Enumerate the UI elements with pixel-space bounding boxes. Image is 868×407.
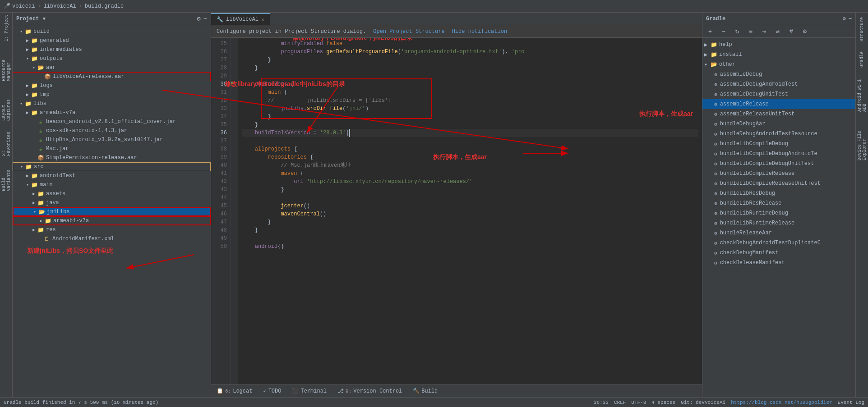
project-minimize-btn[interactable]: −	[203, 15, 207, 23]
status-position[interactable]: 36:33	[594, 400, 609, 405]
gradle-item-assemblerelease[interactable]: ⚙ assembleRelease	[702, 99, 855, 109]
bottom-tab-build[interactable]: 🔨 Build	[411, 385, 439, 398]
status-url-link[interactable]: https://blog.csdn.net/hu00gooldier	[731, 400, 832, 405]
tree-item-assets[interactable]: ▶ 📁 assets	[13, 189, 211, 198]
gradle-item-bundlelibruntimedebug[interactable]: ⚙ bundleLibRuntimeDebug	[702, 208, 855, 218]
tree-item-jnilibs[interactable]: ▾ 📂 jniLibs	[13, 207, 211, 216]
gradle-item-assemblereleaseunittest[interactable]: ⚙ assembleReleaseUnitTest	[702, 109, 855, 119]
status-encoding[interactable]: CRLF	[614, 400, 626, 405]
tree-item-androidtest[interactable]: ▶ 📁 androidTest	[13, 171, 211, 180]
gradle-item-checkreleasemanifest[interactable]: ⚙ checkReleaseManifest	[702, 258, 855, 268]
gradle-item-bundlelibresrelease[interactable]: ⚙ bundleLibResRelease	[702, 198, 855, 208]
tree-arrow-outputs[interactable]: ▾	[24, 55, 31, 62]
gradle-expand-btn[interactable]: ⇥	[759, 27, 769, 37]
gradle-item-bundledebugaar[interactable]: ⚙ bundleDebugAar	[702, 119, 855, 129]
tree-item-build[interactable]: ▾ 📁 build	[13, 27, 211, 36]
sidebar-adb-icon[interactable]: Android WiFi ADB	[857, 71, 867, 112]
tree-arrow-logs[interactable]: ▶	[24, 82, 31, 89]
tree-arrow-armeabi-jni[interactable]: ▶	[38, 218, 44, 224]
sidebar-device-explorer-icon[interactable]: Device File Explorer	[857, 115, 867, 160]
gradle-item-help[interactable]: ▶ 📁 help	[702, 40, 855, 50]
code-content[interactable]: minifyEnabled false proguardFiles getDef…	[238, 38, 702, 384]
sidebar-project-icon[interactable]: 1: Project	[1, 14, 12, 41]
tree-item-msc[interactable]: ☕ Msc.jar	[13, 144, 211, 153]
tree-item-armeabi-v7a[interactable]: ▶ 📁 armeabi-v7a	[13, 108, 211, 117]
gradle-item-bundlelibresdebugg[interactable]: ⚙ bundleLibResDebug	[702, 188, 855, 198]
tree-item-androidmanifest[interactable]: 🗒 AndroidManifest.xml	[13, 234, 211, 243]
tree-arrow-tmp[interactable]: ▶	[24, 91, 31, 98]
tree-arrow-libs[interactable]: ▾	[18, 101, 24, 107]
tree-item-intermediates[interactable]: ▶ 📁 intermediates	[13, 45, 211, 54]
tree-item-tmp[interactable]: ▶ 📁 tmp	[13, 90, 211, 99]
gradle-item-bundlelibruntimerelease[interactable]: ⚙ bundleLibRuntimeRelease	[702, 218, 855, 228]
tree-arrow-res[interactable]: ▶	[31, 227, 37, 233]
tree-arrow-jnilibs[interactable]: ▾	[32, 209, 38, 215]
tree-arrow-build[interactable]: ▾	[18, 28, 24, 35]
gradle-item-install[interactable]: ▶ 📁 install	[702, 50, 855, 59]
tree-arrow-assets[interactable]: ▶	[31, 191, 37, 197]
sidebar-favorites-icon[interactable]: 2: Favorites	[1, 124, 12, 156]
tree-item-aar[interactable]: ▾ 📂 aar	[13, 63, 211, 72]
tree-arrow-androidtest[interactable]: ▶	[24, 173, 31, 179]
gradle-item-bundlelibcompiledebugunitTest[interactable]: ⚙ bundleLibCompileDebugUnitTest	[702, 159, 855, 169]
bottom-tab-logcat[interactable]: 📋 6: Logcat	[215, 385, 254, 398]
tree-item-armeabi-jni[interactable]: ▶ 📁 armeabi-v7a	[13, 216, 211, 225]
bottom-tab-terminal[interactable]: ⬛ Terminal	[290, 385, 328, 398]
tree-item-beacon[interactable]: ☕ beacon_android_v2.8.1_official_cover.j…	[13, 117, 211, 126]
tree-item-outputs[interactable]: ▾ 📁 outputs	[13, 54, 211, 63]
sidebar-layout-icon[interactable]: Layout Captures	[1, 85, 12, 121]
gradle-item-bundlelibcompiledebugandroidt[interactable]: ⚙ bundleLibCompileDebugAndroidTe	[702, 149, 855, 159]
gradle-arrow-install[interactable]: ▶	[704, 51, 711, 58]
tab-close-libvoiceai[interactable]: ✕	[261, 17, 264, 23]
tree-arrow-main[interactable]: ▾	[24, 182, 31, 188]
gradle-item-other[interactable]: ▾ 📂 other	[702, 59, 855, 69]
tree-item-httpdns[interactable]: ☕ HttpDns_Android_v3.0.2a_svn10147.jar	[13, 135, 211, 144]
sidebar-structure-icon[interactable]: Structure	[859, 14, 864, 41]
project-dropdown-arrow[interactable]: ▼	[42, 16, 46, 22]
gradle-item-bundlelibcompilereleaseunittest[interactable]: ⚙ bundleLibCompileReleaseUnitTest	[702, 178, 855, 188]
open-project-structure-link[interactable]: Open Project Structure	[373, 28, 444, 35]
sidebar-resource-icon[interactable]: Resource Manager	[1, 45, 12, 81]
tree-arrow-generated[interactable]: ▶	[24, 37, 31, 44]
hide-notification-link[interactable]: Hide notification	[452, 28, 507, 35]
tree-item-generated[interactable]: ▶ 📁 generated	[13, 36, 211, 45]
gradle-add-btn[interactable]: +	[705, 27, 715, 37]
sidebar-gradle-right-icon[interactable]: Gradle	[859, 45, 864, 68]
tree-item-cos-sdk[interactable]: ☕ cos-sdk-android-1.4.3.jar	[13, 126, 211, 135]
gradle-item-bundlelibcompiledebug[interactable]: ⚙ bundleLibCompileDebug	[702, 139, 855, 149]
tree-item-res[interactable]: ▶ 📁 res	[13, 225, 211, 234]
tree-arrow-intermediates[interactable]: ▶	[24, 46, 31, 53]
gradle-minimize-btn[interactable]: −	[849, 16, 852, 22]
gradle-item-bundledebugandroidtestresource[interactable]: ⚙ bundleDebugAndroidTestResource	[702, 129, 855, 139]
gradle-settings-btn[interactable]: ⚙	[843, 15, 846, 22]
tree-item-libvoiceai-aar[interactable]: 📦 libVoiceAi-release.aar	[13, 72, 211, 81]
editor-tab-libvoiceai[interactable]: 🔧 libVoiceAi ✕	[211, 13, 270, 25]
gradle-arrow-help[interactable]: ▶	[704, 41, 711, 48]
gradle-list-btn[interactable]: ≡	[746, 27, 756, 37]
gradle-item-checkdebugandroidtestduplicatec[interactable]: ⚙ checkDebugAndroidTestDuplicateC	[702, 238, 855, 248]
status-event-log[interactable]: Event Log	[838, 400, 864, 405]
tree-item-simpleperm[interactable]: 📦 SimplePermission-release.aar	[13, 153, 211, 162]
gradle-filter-btn[interactable]: #	[786, 27, 796, 37]
tree-arrow-java[interactable]: ▶	[31, 200, 37, 206]
bottom-tab-vcs[interactable]: ⎇ 9: Version Control	[336, 385, 404, 398]
gradle-remove-btn[interactable]: −	[719, 27, 729, 37]
tree-arrow-src[interactable]: ▾	[18, 164, 25, 170]
tree-item-main[interactable]: ▾ 📁 main	[13, 180, 211, 189]
gradle-item-checkdebugmanifest[interactable]: ⚙ checkDebugManifest	[702, 248, 855, 258]
gradle-settings2-btn[interactable]: ⚙	[800, 27, 810, 37]
tree-item-libs[interactable]: ▾ 📁 libs	[13, 99, 211, 108]
tree-arrow-armeabi[interactable]: ▶	[24, 110, 31, 116]
gradle-refresh-btn[interactable]: ↻	[732, 27, 742, 37]
gradle-item-bundlelibcompilerelease[interactable]: ⚙ bundleLibCompileRelease	[702, 169, 855, 178]
gradle-arrow-other[interactable]: ▾	[704, 61, 711, 68]
gradle-item-bundlereleaseaar[interactable]: ⚙ bundleReleaseAar	[702, 228, 855, 238]
tree-item-logs[interactable]: ▶ 📁 logs	[13, 81, 211, 90]
tree-item-java[interactable]: ▶ 📁 java	[13, 198, 211, 207]
sidebar-build-icon[interactable]: Build Variants	[1, 160, 12, 191]
gradle-item-assembledebugandroidtest[interactable]: ⚙ assembleDebugAndroidTest	[702, 79, 855, 89]
bottom-tab-todo[interactable]: ✓ TODO	[261, 385, 283, 398]
tree-arrow-aar[interactable]: ▾	[31, 64, 37, 71]
tree-item-src[interactable]: ▾ 📁 src	[13, 162, 211, 171]
gradle-item-assembledebugunitTest[interactable]: ⚙ assembleDebugUnitTest	[702, 89, 855, 99]
